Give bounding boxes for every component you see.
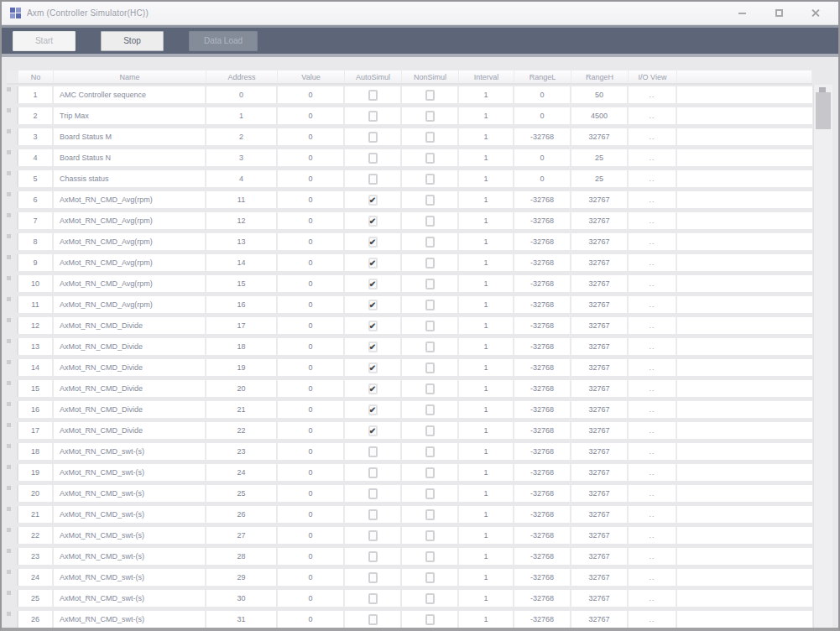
nonsimul-checkbox[interactable]	[425, 404, 435, 415]
io-view-cell[interactable]: ..	[629, 107, 677, 124]
interval-cell[interactable]: 1	[459, 317, 514, 334]
autosimul-checkbox[interactable]: ✔	[368, 300, 378, 310]
autosimul-checkbox[interactable]	[368, 467, 378, 478]
autosimul-checkbox[interactable]: ✔	[368, 342, 378, 352]
io-view-button[interactable]: ..	[649, 510, 655, 519]
row-header[interactable]	[7, 170, 18, 187]
io-view-cell[interactable]: ..	[629, 422, 677, 439]
io-view-cell[interactable]: ..	[629, 317, 677, 334]
row-header[interactable]	[7, 548, 18, 565]
io-view-cell[interactable]: ..	[629, 338, 677, 355]
value-cell[interactable]: 0	[278, 296, 345, 313]
row-header[interactable]	[7, 296, 18, 313]
interval-cell[interactable]: 1	[459, 359, 514, 376]
autosimul-checkbox[interactable]: ✔	[368, 362, 378, 373]
interval-cell[interactable]: 1	[459, 191, 514, 208]
stop-button[interactable]: Stop	[101, 31, 164, 51]
autosimul-checkbox[interactable]	[368, 509, 378, 520]
autosimul-checkbox[interactable]	[368, 530, 378, 541]
vertical-scrollbar[interactable]	[813, 85, 832, 628]
autosimul-checkbox[interactable]	[368, 174, 378, 185]
row-header[interactable]	[7, 569, 18, 586]
io-view-cell[interactable]: ..	[629, 212, 677, 229]
interval-cell[interactable]: 1	[459, 569, 514, 586]
io-view-cell[interactable]: ..	[629, 380, 677, 397]
io-view-cell[interactable]: ..	[629, 569, 677, 586]
value-cell[interactable]: 0	[278, 485, 345, 502]
io-view-button[interactable]: ..	[649, 363, 655, 372]
io-view-button[interactable]: ..	[649, 175, 655, 183]
nonsimul-checkbox[interactable]	[425, 237, 435, 248]
io-view-button[interactable]: ..	[649, 489, 655, 498]
nonsimul-checkbox[interactable]	[425, 132, 435, 143]
io-view-button[interactable]: ..	[649, 196, 655, 204]
io-view-button[interactable]: ..	[649, 258, 655, 267]
row-header[interactable]	[7, 590, 18, 607]
interval-cell[interactable]: 1	[459, 338, 514, 355]
value-cell[interactable]: 0	[278, 212, 345, 229]
io-view-cell[interactable]: ..	[629, 296, 677, 313]
value-cell[interactable]: 0	[278, 317, 345, 334]
value-cell[interactable]: 0	[278, 233, 345, 250]
column-header-name[interactable]: Name	[54, 70, 206, 83]
value-cell[interactable]: 0	[278, 149, 345, 166]
row-header[interactable]	[7, 86, 18, 103]
autosimul-checkbox[interactable]	[368, 572, 378, 583]
interval-cell[interactable]: 1	[459, 422, 514, 439]
nonsimul-checkbox[interactable]	[425, 216, 435, 227]
nonsimul-checkbox[interactable]	[425, 342, 435, 352]
io-view-button[interactable]: ..	[649, 133, 655, 141]
autosimul-checkbox[interactable]: ✔	[368, 279, 378, 289]
autosimul-checkbox[interactable]: ✔	[368, 425, 378, 436]
row-header[interactable]	[7, 254, 18, 271]
autosimul-checkbox[interactable]	[368, 90, 378, 101]
interval-cell[interactable]: 1	[459, 590, 514, 607]
nonsimul-checkbox[interactable]	[425, 153, 435, 164]
autosimul-checkbox[interactable]: ✔	[368, 383, 378, 394]
interval-cell[interactable]: 1	[459, 296, 514, 313]
autosimul-checkbox[interactable]: ✔	[368, 195, 378, 206]
io-view-button[interactable]: ..	[649, 154, 655, 162]
io-view-cell[interactable]: ..	[629, 401, 677, 418]
io-view-cell[interactable]: ..	[629, 86, 677, 103]
interval-cell[interactable]: 1	[459, 149, 514, 166]
nonsimul-checkbox[interactable]	[425, 195, 435, 206]
interval-cell[interactable]: 1	[459, 485, 514, 502]
interval-cell[interactable]: 1	[459, 233, 514, 250]
io-view-button[interactable]: ..	[649, 405, 655, 414]
io-view-cell[interactable]: ..	[629, 611, 677, 628]
autosimul-checkbox[interactable]	[368, 551, 378, 562]
nonsimul-checkbox[interactable]	[425, 362, 435, 373]
autosimul-checkbox[interactable]: ✔	[368, 404, 378, 415]
value-cell[interactable]: 0	[278, 422, 345, 439]
nonsimul-checkbox[interactable]	[425, 111, 435, 122]
row-header[interactable]	[7, 338, 18, 355]
scrollbar-thumb[interactable]	[816, 92, 831, 129]
minimize-button[interactable]	[734, 7, 749, 20]
column-header-rangeh[interactable]: RangeH	[571, 70, 629, 83]
autosimul-checkbox[interactable]	[368, 488, 378, 499]
io-view-button[interactable]: ..	[649, 321, 655, 330]
row-header[interactable]	[7, 380, 18, 397]
io-view-cell[interactable]: ..	[629, 548, 677, 565]
io-view-button[interactable]: ..	[649, 237, 655, 246]
interval-cell[interactable]: 1	[459, 401, 514, 418]
column-header-autosimul[interactable]: AutoSimul	[345, 70, 402, 83]
autosimul-checkbox[interactable]	[368, 111, 378, 122]
column-header-nonsimul[interactable]: NonSimul	[402, 70, 459, 83]
interval-cell[interactable]: 1	[459, 86, 514, 103]
io-view-button[interactable]: ..	[649, 91, 655, 99]
io-view-cell[interactable]: ..	[629, 233, 677, 250]
io-view-cell[interactable]: ..	[629, 506, 677, 523]
value-cell[interactable]: 0	[278, 86, 345, 103]
row-header[interactable]	[7, 443, 18, 460]
value-cell[interactable]: 0	[278, 107, 345, 124]
row-header-corner[interactable]	[7, 70, 18, 83]
interval-cell[interactable]: 1	[459, 443, 514, 460]
autosimul-checkbox[interactable]: ✔	[368, 237, 378, 248]
io-view-cell[interactable]: ..	[629, 443, 677, 460]
io-view-cell[interactable]: ..	[629, 128, 677, 145]
io-view-button[interactable]: ..	[649, 615, 655, 623]
value-cell[interactable]: 0	[278, 380, 345, 397]
value-cell[interactable]: 0	[278, 611, 345, 628]
